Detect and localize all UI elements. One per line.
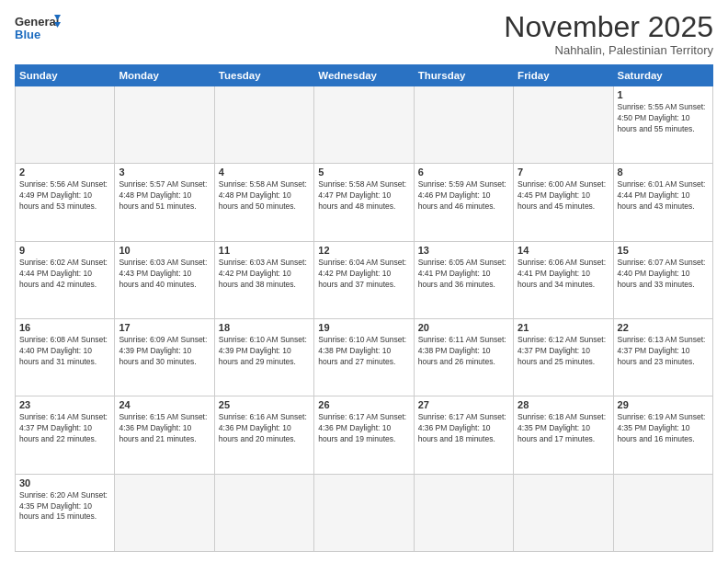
calendar-cell: 23Sunrise: 6:14 AM Sunset: 4:37 PM Dayli…: [16, 396, 115, 474]
day-info: Sunrise: 6:10 AM Sunset: 4:39 PM Dayligh…: [219, 335, 310, 368]
day-number: 8: [618, 167, 709, 178]
weekday-header-sunday: Sunday: [16, 65, 115, 86]
day-info: Sunrise: 6:14 AM Sunset: 4:37 PM Dayligh…: [19, 412, 110, 445]
calendar-cell: 6Sunrise: 5:59 AM Sunset: 4:46 PM Daylig…: [414, 164, 513, 241]
calendar-cell: 4Sunrise: 5:58 AM Sunset: 4:48 PM Daylig…: [214, 164, 313, 241]
day-number: 22: [618, 322, 709, 333]
day-info: Sunrise: 6:17 AM Sunset: 4:36 PM Dayligh…: [318, 412, 409, 445]
weekday-header-monday: Monday: [115, 65, 214, 86]
month-title: November 2025: [504, 11, 713, 43]
day-number: 20: [418, 322, 509, 333]
day-number: 16: [19, 322, 110, 333]
calendar-cell: 28Sunrise: 6:18 AM Sunset: 4:35 PM Dayli…: [514, 396, 613, 474]
calendar-cell: 25Sunrise: 6:16 AM Sunset: 4:36 PM Dayli…: [214, 396, 313, 474]
logo-svg: General Blue: [15, 11, 61, 50]
calendar-cell: 19Sunrise: 6:10 AM Sunset: 4:38 PM Dayli…: [314, 319, 414, 396]
svg-text:General: General: [15, 15, 59, 29]
day-number: 19: [318, 322, 409, 333]
day-number: 4: [219, 167, 310, 178]
day-info: Sunrise: 6:04 AM Sunset: 4:42 PM Dayligh…: [318, 258, 409, 291]
day-info: Sunrise: 6:03 AM Sunset: 4:42 PM Dayligh…: [219, 258, 310, 291]
calendar-week-4: 16Sunrise: 6:08 AM Sunset: 4:40 PM Dayli…: [16, 319, 713, 396]
calendar-cell: 10Sunrise: 6:03 AM Sunset: 4:43 PM Dayli…: [115, 241, 214, 318]
calendar-cell: 7Sunrise: 6:00 AM Sunset: 4:45 PM Daylig…: [514, 164, 613, 241]
day-info: Sunrise: 6:06 AM Sunset: 4:41 PM Dayligh…: [518, 258, 609, 291]
calendar-cell: [314, 86, 414, 164]
calendar-cell: 12Sunrise: 6:04 AM Sunset: 4:42 PM Dayli…: [314, 241, 414, 318]
day-number: 15: [618, 245, 709, 256]
day-number: 7: [518, 167, 609, 178]
calendar-cell: [314, 474, 414, 551]
calendar-week-2: 2Sunrise: 5:56 AM Sunset: 4:49 PM Daylig…: [16, 164, 713, 241]
svg-text:Blue: Blue: [15, 28, 40, 41]
day-info: Sunrise: 6:02 AM Sunset: 4:44 PM Dayligh…: [19, 258, 110, 291]
day-number: 18: [219, 322, 310, 333]
day-number: 26: [318, 399, 409, 410]
calendar-week-3: 9Sunrise: 6:02 AM Sunset: 4:44 PM Daylig…: [16, 241, 713, 318]
calendar-cell: [414, 474, 513, 551]
calendar-cell: [414, 86, 513, 164]
day-info: Sunrise: 5:56 AM Sunset: 4:49 PM Dayligh…: [19, 179, 110, 213]
calendar-cell: 2Sunrise: 5:56 AM Sunset: 4:49 PM Daylig…: [16, 164, 115, 241]
day-info: Sunrise: 5:57 AM Sunset: 4:48 PM Dayligh…: [119, 179, 210, 213]
day-info: Sunrise: 6:09 AM Sunset: 4:39 PM Dayligh…: [119, 335, 210, 368]
calendar-cell: [115, 474, 214, 551]
calendar-week-5: 23Sunrise: 6:14 AM Sunset: 4:37 PM Dayli…: [16, 396, 713, 474]
page: General Blue November 2025 Nahhalin, Pal…: [0, 0, 728, 563]
day-info: Sunrise: 6:07 AM Sunset: 4:40 PM Dayligh…: [618, 258, 709, 291]
calendar-cell: [514, 474, 613, 551]
calendar-cell: [214, 474, 313, 551]
calendar-cell: 20Sunrise: 6:11 AM Sunset: 4:38 PM Dayli…: [414, 319, 513, 396]
day-info: Sunrise: 6:12 AM Sunset: 4:37 PM Dayligh…: [518, 335, 609, 368]
calendar-cell: 15Sunrise: 6:07 AM Sunset: 4:40 PM Dayli…: [613, 241, 712, 318]
location-subtitle: Nahhalin, Palestinian Territory: [504, 43, 713, 57]
day-number: 9: [19, 245, 110, 256]
day-info: Sunrise: 6:10 AM Sunset: 4:38 PM Dayligh…: [318, 335, 409, 368]
day-number: 2: [19, 167, 110, 178]
weekday-header-thursday: Thursday: [414, 65, 513, 86]
calendar-cell: 24Sunrise: 6:15 AM Sunset: 4:36 PM Dayli…: [115, 396, 214, 474]
day-number: 3: [119, 167, 210, 178]
day-info: Sunrise: 6:00 AM Sunset: 4:45 PM Dayligh…: [518, 179, 609, 213]
day-info: Sunrise: 6:03 AM Sunset: 4:43 PM Dayligh…: [119, 258, 210, 291]
day-info: Sunrise: 6:08 AM Sunset: 4:40 PM Dayligh…: [19, 335, 110, 368]
calendar-cell: 5Sunrise: 5:58 AM Sunset: 4:47 PM Daylig…: [314, 164, 414, 241]
day-info: Sunrise: 6:16 AM Sunset: 4:36 PM Dayligh…: [219, 412, 310, 445]
day-info: Sunrise: 6:19 AM Sunset: 4:35 PM Dayligh…: [618, 412, 709, 445]
day-number: 1: [618, 89, 709, 100]
calendar-cell: 18Sunrise: 6:10 AM Sunset: 4:39 PM Dayli…: [214, 319, 313, 396]
calendar-cell: 21Sunrise: 6:12 AM Sunset: 4:37 PM Dayli…: [514, 319, 613, 396]
calendar-cell: 9Sunrise: 6:02 AM Sunset: 4:44 PM Daylig…: [16, 241, 115, 318]
day-info: Sunrise: 6:20 AM Sunset: 4:35 PM Dayligh…: [19, 490, 110, 523]
day-info: Sunrise: 6:11 AM Sunset: 4:38 PM Dayligh…: [418, 335, 509, 368]
day-number: 17: [119, 322, 210, 333]
calendar-cell: 8Sunrise: 6:01 AM Sunset: 4:44 PM Daylig…: [613, 164, 712, 241]
day-number: 14: [518, 245, 609, 256]
calendar-cell: [214, 86, 313, 164]
calendar-cell: 13Sunrise: 6:05 AM Sunset: 4:41 PM Dayli…: [414, 241, 513, 318]
day-number: 29: [618, 399, 709, 410]
day-info: Sunrise: 5:58 AM Sunset: 4:48 PM Dayligh…: [219, 179, 310, 213]
day-number: 25: [219, 399, 310, 410]
calendar-cell: [613, 474, 712, 551]
day-info: Sunrise: 6:18 AM Sunset: 4:35 PM Dayligh…: [518, 412, 609, 445]
calendar-cell: 16Sunrise: 6:08 AM Sunset: 4:40 PM Dayli…: [16, 319, 115, 396]
calendar-cell: [514, 86, 613, 164]
title-block: November 2025 Nahhalin, Palestinian Terr…: [504, 11, 713, 57]
weekday-header-wednesday: Wednesday: [314, 65, 414, 86]
day-number: 23: [19, 399, 110, 410]
day-number: 6: [418, 167, 509, 178]
calendar-week-6: 30Sunrise: 6:20 AM Sunset: 4:35 PM Dayli…: [16, 474, 713, 551]
day-number: 27: [418, 399, 509, 410]
day-info: Sunrise: 6:05 AM Sunset: 4:41 PM Dayligh…: [418, 258, 509, 291]
calendar-week-1: 1Sunrise: 5:55 AM Sunset: 4:50 PM Daylig…: [16, 86, 713, 164]
calendar-body: 1Sunrise: 5:55 AM Sunset: 4:50 PM Daylig…: [16, 86, 713, 552]
header: General Blue November 2025 Nahhalin, Pal…: [15, 11, 713, 57]
day-info: Sunrise: 6:13 AM Sunset: 4:37 PM Dayligh…: [618, 335, 709, 368]
day-info: Sunrise: 5:55 AM Sunset: 4:50 PM Dayligh…: [618, 102, 709, 135]
day-number: 24: [119, 399, 210, 410]
day-number: 13: [418, 245, 509, 256]
day-info: Sunrise: 5:59 AM Sunset: 4:46 PM Dayligh…: [418, 179, 509, 213]
weekday-row: SundayMondayTuesdayWednesdayThursdayFrid…: [16, 65, 713, 86]
day-info: Sunrise: 6:01 AM Sunset: 4:44 PM Dayligh…: [618, 179, 709, 213]
